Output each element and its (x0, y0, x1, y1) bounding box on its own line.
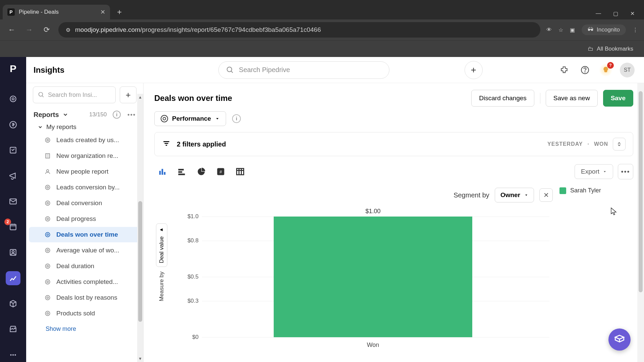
add-report-button[interactable]: + (120, 86, 137, 103)
new-tab-button[interactable]: + (113, 5, 126, 19)
notification-badge: ? (607, 62, 614, 69)
report-item[interactable]: Deal conversion (29, 195, 141, 211)
report-item[interactable]: Leads conversion by... (29, 180, 141, 195)
table-button[interactable] (232, 164, 248, 180)
sidebar-search[interactable]: Search from Insi... (33, 86, 116, 103)
chart-more-button[interactable]: ••• (618, 164, 633, 179)
y-axis-measure-dropdown[interactable]: Deal value ▸ (156, 223, 167, 267)
scroll-up-icon[interactable]: ▲ (137, 94, 143, 101)
global-search[interactable]: Search Pipedrive (218, 61, 389, 79)
rail-products-icon[interactable] (6, 297, 20, 311)
y-axis-measure-label: Deal value (158, 236, 165, 263)
rail-focus-icon[interactable] (6, 92, 20, 106)
report-item[interactable]: Deal duration (29, 258, 141, 274)
save-button[interactable]: Save (603, 90, 633, 107)
report-type-dropdown[interactable]: Performance (154, 111, 226, 126)
svg-rect-45 (178, 169, 184, 171)
report-item[interactable]: Deal progress (29, 211, 141, 227)
report-item-icon (44, 246, 52, 254)
report-item[interactable]: Average value of wo... (29, 243, 141, 258)
rail-more-icon[interactable] (6, 348, 20, 362)
maximize-icon[interactable]: ▢ (613, 10, 618, 17)
rail-projects-icon[interactable] (6, 143, 20, 157)
site-info-icon[interactable]: ⚙ (66, 27, 70, 33)
bookmark-star-icon[interactable]: ☆ (558, 27, 563, 33)
rail-insights-icon[interactable] (6, 271, 20, 285)
svg-point-22 (47, 187, 49, 188)
user-avatar[interactable]: ST (620, 63, 635, 77)
segment-by-label: Segment by (453, 191, 489, 199)
report-item[interactable]: Leads created by us... (29, 132, 141, 148)
lightbulb-icon[interactable]: ? (599, 63, 612, 77)
y-tick-label: $0 (175, 334, 199, 341)
discard-button[interactable]: Discard changes (471, 90, 534, 107)
browser-tab[interactable]: P Pipeline - Deals ✕ (3, 5, 110, 19)
show-more-link[interactable]: Show more (26, 321, 143, 337)
my-reports-group[interactable]: My reports (26, 121, 143, 132)
address-bar: ← → ⟳ ⚙ moodjoy.pipedrive.com/progress/i… (0, 19, 644, 40)
report-item[interactable]: Deals won over time (29, 227, 141, 242)
browser-menu-icon[interactable]: ⋮ (633, 27, 638, 33)
reports-header[interactable]: Reports 13/150 i ••• (26, 107, 143, 121)
report-item[interactable]: Deals lost by reasons (29, 290, 141, 305)
column-chart-button[interactable] (154, 164, 170, 180)
filter-tag-won: WON (594, 141, 608, 147)
bar-chart-button[interactable] (174, 164, 190, 180)
rail-mail-icon[interactable] (6, 194, 20, 208)
report-item[interactable]: New people report (29, 164, 141, 179)
svg-point-31 (45, 264, 50, 268)
help-icon[interactable] (578, 63, 592, 77)
sidebar-scroll-thumb[interactable] (138, 201, 142, 322)
report-item[interactable]: New organization re... (29, 148, 141, 164)
all-bookmarks-link[interactable]: All Bookmarks (597, 46, 633, 52)
info-icon[interactable]: i (113, 111, 121, 119)
report-item[interactable]: Products sold (29, 306, 141, 321)
svg-text:#: # (219, 169, 222, 174)
info-icon[interactable]: i (232, 114, 241, 123)
browser-chrome: P Pipeline - Deals ✕ + — ▢ ✕ ← → ⟳ ⚙ moo… (0, 0, 644, 57)
svg-point-29 (45, 248, 50, 252)
export-button[interactable]: Export (575, 164, 613, 179)
extensions-icon[interactable] (557, 63, 571, 77)
incognito-badge[interactable]: 🕶 Incognito (582, 24, 626, 35)
report-item[interactable]: Activities completed... (29, 274, 141, 290)
reports-more-icon[interactable]: ••• (127, 111, 136, 118)
url-field[interactable]: ⚙ moodjoy.pipedrive.com/progress/insight… (58, 22, 540, 38)
chart-bar[interactable] (274, 217, 472, 337)
expand-filters-button[interactable] (613, 138, 626, 150)
svg-rect-50 (237, 169, 244, 175)
help-fab[interactable] (608, 328, 631, 351)
quick-add-button[interactable]: + (465, 61, 483, 79)
minimize-icon[interactable]: — (596, 10, 601, 17)
reload-button[interactable]: ⟳ (41, 24, 52, 36)
caret-right-icon: ▸ (158, 227, 165, 234)
clear-segment-button[interactable]: ✕ (539, 188, 553, 202)
eye-off-icon[interactable]: 👁 (546, 27, 552, 33)
url-host: moodjoy.pipedrive.com (75, 26, 140, 33)
legend-swatch (559, 187, 566, 194)
app-logo[interactable]: P (10, 63, 16, 74)
rail-campaigns-icon[interactable] (6, 169, 20, 183)
rail-activities-icon[interactable]: 2 (6, 220, 20, 234)
rail-deals-icon[interactable] (6, 117, 20, 131)
scroll-down-icon[interactable]: ▼ (137, 355, 143, 362)
close-window-icon[interactable]: ✕ (630, 10, 635, 17)
back-button[interactable]: ← (6, 24, 17, 36)
main-scrollbar[interactable] (637, 83, 644, 362)
legend-item[interactable]: Sarah Tyler (559, 187, 633, 194)
rail-contacts-icon[interactable] (6, 245, 20, 259)
sidebar-scrollbar[interactable]: ▲ ▼ (137, 94, 143, 362)
svg-rect-46 (178, 171, 182, 173)
filter-bar[interactable]: 2 filters applied YESTERDAY · WON (154, 132, 633, 156)
scorecard-button[interactable]: # (213, 164, 229, 180)
close-tab-icon[interactable]: ✕ (100, 8, 105, 16)
segment-dropdown[interactable]: Owner (495, 188, 534, 202)
pie-chart-button[interactable] (193, 164, 209, 180)
save-as-new-button[interactable]: Save as new (546, 90, 598, 107)
report-item-icon (44, 278, 52, 286)
rail-marketplace-icon[interactable] (6, 322, 20, 336)
main-scroll-thumb[interactable] (639, 91, 643, 292)
gridline (202, 337, 549, 338)
forward-button[interactable]: → (23, 24, 35, 36)
panel-icon[interactable]: ▣ (570, 27, 575, 33)
